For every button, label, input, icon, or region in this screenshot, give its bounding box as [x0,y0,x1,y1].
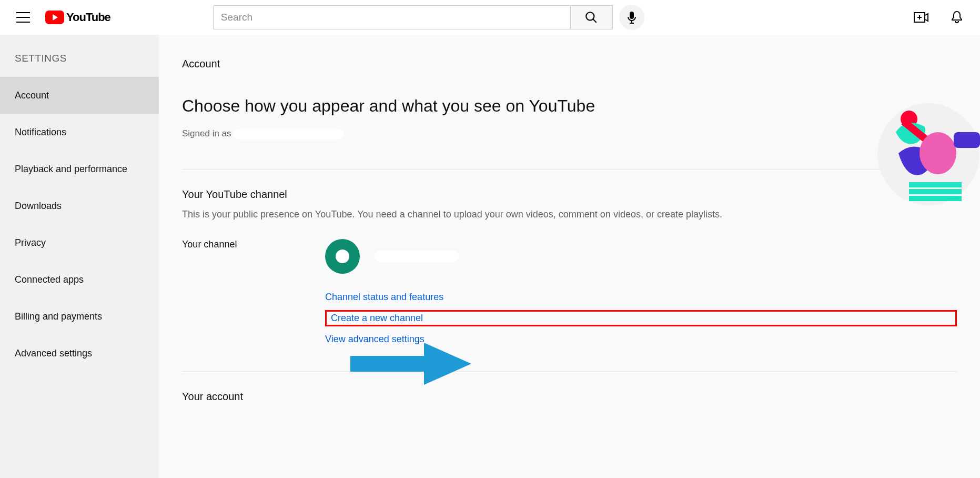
decorative-illustration [877,103,980,206]
header: YouTube [0,0,980,35]
view-advanced-link[interactable]: View advanced settings [325,334,425,345]
svg-rect-1 [630,12,634,19]
search-input[interactable] [221,12,563,23]
settings-sidebar: SETTINGS Account Notifications Playback … [0,35,159,478]
channel-status-link[interactable]: Channel status and features [325,292,443,303]
hamburger-icon [16,12,30,23]
svg-rect-6 [954,132,980,148]
main-content: Account Choose how you appear and what y… [159,35,980,478]
signed-in-email-redacted [234,129,344,140]
sidebar-item-downloads[interactable]: Downloads [0,187,159,224]
sidebar-item-notifications[interactable]: Notifications [0,114,159,151]
sidebar-item-connected-apps[interactable]: Connected apps [0,261,159,298]
microphone-icon [627,11,637,24]
sidebar-item-label: Privacy [15,237,46,248]
section-divider [182,371,957,372]
sidebar-item-label: Billing and payments [15,311,102,322]
notifications-button[interactable] [946,7,967,28]
sidebar-item-label: Playback and performance [15,164,127,175]
search-icon [584,11,598,24]
sidebar-item-billing[interactable]: Billing and payments [0,298,159,335]
search-button[interactable] [571,5,613,29]
signed-in-prefix: Signed in as [182,128,234,138]
create-channel-link[interactable]: Create a new channel [331,313,423,323]
sidebar-item-label: Connected apps [15,274,84,285]
sidebar-item-privacy[interactable]: Privacy [0,224,159,261]
sidebar-item-label: Notifications [15,127,66,138]
youtube-logo[interactable]: YouTube [45,11,110,24]
youtube-logo-text: YouTube [66,11,110,24]
sidebar-item-account[interactable]: Account [0,77,159,114]
page-label: Account [182,58,957,70]
svg-point-0 [587,12,594,20]
create-video-icon [914,12,928,23]
signed-in-text: Signed in as [182,128,957,140]
sidebar-item-label: Downloads [15,201,62,212]
sidebar-item-label: Advanced settings [15,348,92,359]
header-actions [911,7,967,28]
sidebar-item-advanced[interactable]: Advanced settings [0,335,159,372]
account-section-title: Your account [182,391,957,403]
create-button[interactable] [911,7,932,28]
channel-section-title: Your YouTube channel [182,188,957,201]
channel-links: Channel status and features Create a new… [325,292,957,345]
channel-body: Channel status and features Create a new… [325,239,957,345]
sidebar-item-playback[interactable]: Playback and performance [0,151,159,187]
channel-row: Your channel Channel status and features… [182,239,957,345]
bell-icon [951,11,963,24]
create-channel-highlight: Create a new channel [325,310,957,326]
search-container [213,5,644,30]
sidebar-item-label: Account [15,90,49,101]
search-box [213,5,571,29]
sidebar-title: SETTINGS [0,44,159,77]
voice-search-button[interactable] [619,5,644,30]
annotation-arrow-icon [350,343,471,385]
section-divider [182,169,957,170]
your-channel-label: Your channel [182,239,325,250]
hamburger-menu-button[interactable] [13,7,34,28]
channel-avatar[interactable] [325,239,360,274]
youtube-play-icon [45,11,64,24]
page-heading: Choose how you appear and what you see o… [182,96,957,116]
channel-avatar-row [325,239,957,274]
avatar-inner-circle [336,250,349,263]
channel-name-redacted [375,251,459,262]
svg-point-5 [920,132,956,174]
channel-section-description: This is your public presence on YouTube.… [182,209,957,220]
